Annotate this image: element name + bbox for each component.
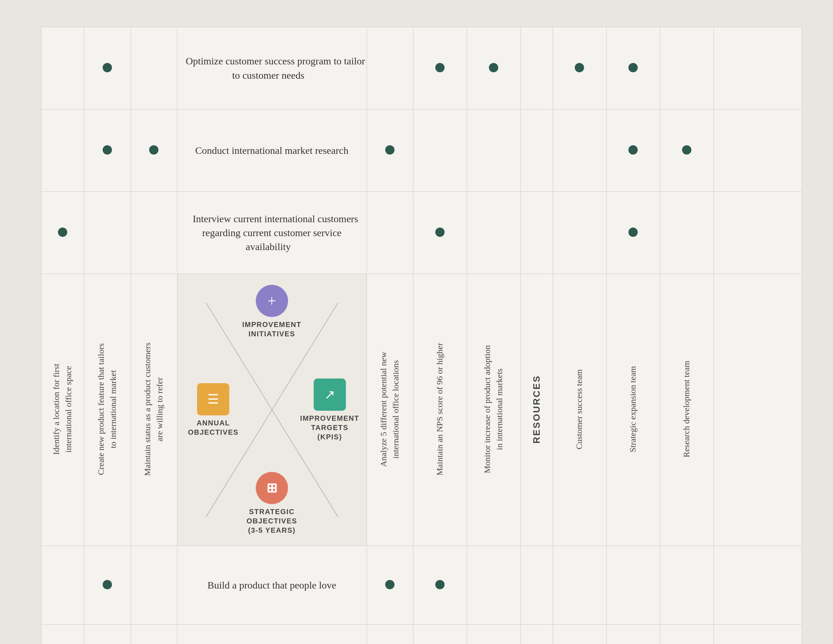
- dot-cell: [467, 625, 520, 644]
- improvement-initiatives-circle: +: [256, 285, 288, 317]
- col-header-resource-3: Research development team: [660, 274, 714, 546]
- col-header-kpi-1: Analyze 5 different potential new intern…: [367, 274, 413, 546]
- dot-indicator: [103, 580, 112, 589]
- task-cell: Optimize customer success program to tai…: [177, 27, 367, 109]
- col-header-label: Identify a location for first internatio…: [50, 341, 74, 477]
- dot-cell: [130, 546, 177, 625]
- empty-cell: [714, 109, 801, 192]
- col-header-label: Analyze 5 different potential new intern…: [378, 341, 402, 477]
- dot-cell: [413, 546, 467, 625]
- dot-cell: [367, 27, 413, 109]
- dot-cell: [553, 546, 606, 625]
- dot-cell: [467, 192, 520, 274]
- empty-cell: [714, 192, 801, 274]
- resources-spacer: [520, 109, 553, 192]
- col-header-2: Create new product feature that tailors …: [84, 274, 130, 546]
- dot-indicator: [58, 227, 67, 237]
- strategic-objectives-circle: ⊞: [256, 472, 288, 504]
- dot-cell: [660, 625, 714, 644]
- strategy-grid: Optimize customer success program to tai…: [41, 27, 802, 644]
- col-header-label: Customer success team: [573, 369, 585, 449]
- dot-cell: [84, 546, 130, 625]
- dot-cell: [84, 27, 130, 109]
- col-header-1: Identify a location for first internatio…: [41, 274, 84, 546]
- dot-cell: [41, 625, 84, 644]
- arrow-icon: ↗: [325, 387, 335, 402]
- task-cell: Interview current international customer…: [177, 192, 367, 274]
- dot-cell: [660, 27, 714, 109]
- list-icon: ☰: [207, 392, 219, 407]
- annual-objectives-label: ANNUAL OBJECTIVES: [188, 418, 239, 437]
- dot-indicator: [385, 580, 394, 589]
- dot-cell: [413, 27, 467, 109]
- dot-cell: [606, 625, 660, 644]
- grid-icon: ⊞: [267, 480, 277, 496]
- empty-cell: [714, 27, 801, 109]
- dot-cell: [553, 192, 606, 274]
- resources-spacer: [520, 625, 553, 644]
- task-cell: Build a product that people love: [177, 546, 367, 625]
- table-row: Build a product that people love: [41, 546, 801, 625]
- task-label: Optimize customer success program to tai…: [178, 52, 365, 84]
- dot-cell: [130, 192, 177, 274]
- dot-cell: [553, 625, 606, 644]
- col-header-label: Create new product feature that tailors …: [95, 341, 119, 477]
- resources-spacer: [520, 546, 553, 625]
- dot-cell: [660, 192, 714, 274]
- dot-indicator: [435, 580, 445, 589]
- dot-cell: [367, 546, 413, 625]
- dot-indicator: [385, 145, 394, 155]
- dot-cell: [41, 27, 84, 109]
- col-header-label: Maintain status as a product customers a…: [142, 341, 166, 477]
- dot-indicator: [103, 145, 112, 155]
- improvement-targets-square: ↗: [314, 378, 346, 411]
- dot-indicator: [435, 227, 445, 237]
- improvement-initiatives-icon: + IMPROVEMENT INITIATIVES: [242, 285, 301, 338]
- dot-cell: [467, 109, 520, 192]
- dot-cell: [41, 192, 84, 274]
- strategic-objectives-icon: ⊞ STRATEGIC OBJECTIVES (3-5 YEARS): [246, 472, 297, 535]
- dot-cell: [467, 546, 520, 625]
- dot-cell: [660, 546, 714, 625]
- improvement-initiatives-label: IMPROVEMENT INITIATIVES: [242, 320, 301, 338]
- empty-cell: [714, 546, 801, 625]
- dot-indicator: [103, 63, 112, 72]
- dot-cell: [84, 625, 130, 644]
- col-header-label: Research development team: [681, 361, 693, 457]
- dot-cell: [413, 109, 467, 192]
- task-label: Build a product that people love: [200, 576, 343, 594]
- task-label: Conduct international market research: [188, 141, 355, 159]
- dot-indicator: [435, 63, 445, 72]
- diagram-cell: + IMPROVEMENT INITIATIVES ☰ ANNUAL OBJEC…: [177, 274, 367, 546]
- dot-cell: [553, 27, 606, 109]
- dot-cell: [413, 625, 467, 644]
- resources-spacer: [520, 192, 553, 274]
- table-row: Optimize customer success program to tai…: [41, 27, 801, 109]
- resources-label: RESOURCES: [531, 375, 542, 444]
- asana-logo-cell: asana: [714, 625, 801, 644]
- col-header-label: Strategic expansion team: [627, 366, 639, 452]
- col-header-kpi-3: Monitor increase of product adoption in …: [467, 274, 520, 546]
- table-row: Conduct international market research: [41, 109, 801, 192]
- task-cell: Become a global company: [177, 625, 367, 644]
- task-cell: Conduct international market research: [177, 109, 367, 192]
- empty-cell: [714, 274, 801, 546]
- dot-cell: [553, 109, 606, 192]
- grid-wrapper: Optimize customer success program to tai…: [41, 27, 792, 617]
- dot-cell: [84, 109, 130, 192]
- dot-cell: [606, 27, 660, 109]
- dot-indicator: [682, 145, 691, 155]
- dot-cell: [130, 27, 177, 109]
- dot-cell: [660, 109, 714, 192]
- main-container: Optimize customer success program to tai…: [0, 0, 833, 644]
- center-row: Identify a location for first internatio…: [41, 274, 801, 546]
- diagram-container: + IMPROVEMENT INITIATIVES ☰ ANNUAL OBJEC…: [177, 274, 367, 546]
- col-header-label: Monitor increase of product adoption in …: [481, 341, 505, 477]
- improvement-targets-icon: ↗ IMPROVEMENT TARGETS (KPIS): [300, 378, 359, 441]
- dot-cell: [413, 192, 467, 274]
- dot-cell: [130, 625, 177, 644]
- resources-label-cell: RESOURCES: [520, 274, 553, 546]
- table-row: Become a global company: [41, 625, 801, 644]
- dot-indicator: [629, 63, 638, 72]
- dot-indicator: [575, 63, 584, 72]
